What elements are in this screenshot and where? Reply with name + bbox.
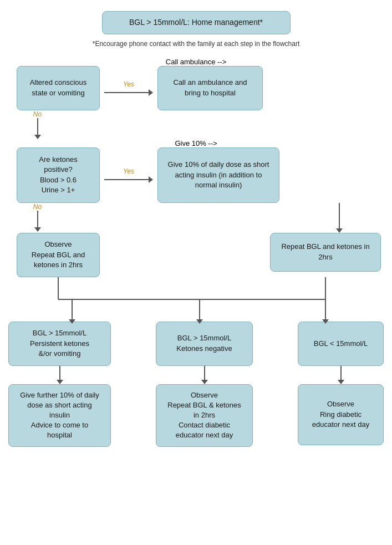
- observe-contact-educator-text: Observe Repeat BGL & ketones in 2hrs Con…: [165, 390, 243, 441]
- ring-educator-box: Observe Ring diabetic educator next day: [298, 384, 384, 445]
- observe-repeat-text: Observe Repeat BGL and ketones in 2hrs: [26, 240, 90, 270]
- bgl-persistent-ketones-box: BGL > 15mmol/L Persistent ketones &/or v…: [8, 322, 111, 366]
- bgl-less15-box: BGL < 15mmol/L: [298, 322, 384, 366]
- altered-state-box: Altered conscious state or vomiting: [17, 66, 100, 110]
- ketones-box: Are ketones positive? Blood > 0.6 Urine …: [17, 147, 100, 203]
- give-10pct-box: Give 10% of daily dose as short acting i…: [157, 147, 279, 203]
- bgl-ketones-negative-text: BGL > 15mmol/L Ketones negative: [176, 333, 232, 353]
- observe-contact-educator-box: Observe Repeat BGL & ketones in 2hrs Con…: [156, 384, 253, 447]
- yes-label-1: Yes: [123, 80, 134, 88]
- title-text: BGL > 15mmol/L: Home management*: [129, 18, 263, 27]
- ambulance-text: Call an ambulance and bring to hospital: [167, 78, 253, 98]
- observe-repeat-box: Observe Repeat BGL and ketones in 2hrs: [17, 233, 100, 277]
- ambulance-box: Call an ambulance and bring to hospital: [157, 66, 263, 110]
- yes-label-2: Yes: [123, 167, 134, 175]
- give-10pct-text: Give 10% of daily dose as short acting i…: [167, 160, 270, 190]
- ring-educator-text: Observe Ring diabetic educator next day: [307, 399, 374, 430]
- bgl-less15-text: BGL < 15mmol/L: [314, 339, 368, 349]
- title-box: BGL > 15mmol/L: Home management*: [102, 11, 291, 34]
- no-label-1: No: [33, 110, 42, 118]
- repeat-bgl-box: Repeat BGL and ketones in 2hrs: [270, 233, 381, 272]
- ketones-text: Are ketones positive? Blood > 0.6 Urine …: [26, 155, 90, 195]
- bgl-persistent-ketones-text: BGL > 15mmol/L Persistent ketones &/or v…: [30, 328, 89, 359]
- bgl-ketones-negative-box: BGL > 15mmol/L Ketones negative: [156, 322, 253, 366]
- give-further-10pct-text: Give further 10% of daily dose as short …: [18, 390, 101, 441]
- subtitle-text: *Encourage phone contact with the family…: [93, 40, 300, 48]
- repeat-bgl-text: Repeat BGL and ketones in 2hrs: [279, 242, 371, 262]
- give-further-10pct-box: Give further 10% of daily dose as short …: [8, 384, 111, 447]
- no-label-2: No: [33, 203, 42, 211]
- altered-state-text: Altered conscious state or vomiting: [26, 78, 90, 98]
